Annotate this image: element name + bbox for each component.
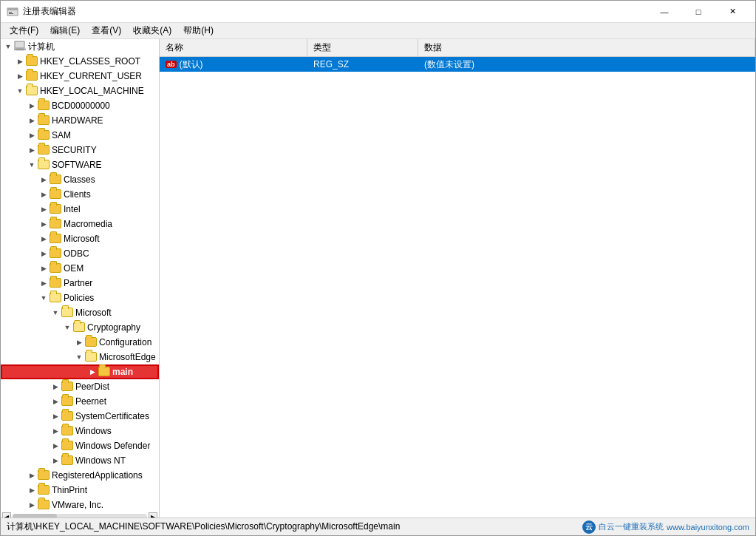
tree-label-policies: Policies bbox=[64, 293, 94, 303]
menu-favorites[interactable]: 收藏夹(A) bbox=[127, 23, 177, 38]
tree-item-computer[interactable]: ▼ 计算机 bbox=[1, 39, 159, 54]
col-header-data-label: 数据 bbox=[424, 41, 442, 54]
scroll-right-btn[interactable]: ▶ bbox=[149, 512, 157, 518]
folder-icon-registeredapps bbox=[38, 470, 50, 481]
tree-item-software[interactable]: ▼ SOFTWARE bbox=[1, 157, 159, 172]
window-controls: — □ ✕ bbox=[647, 1, 749, 23]
tree-label-windowsnt: Windows NT bbox=[75, 455, 126, 466]
app-icon bbox=[7, 6, 18, 18]
folder-icon-macromedia bbox=[50, 219, 61, 229]
tree-item-cryptography[interactable]: ▼ Cryptography bbox=[1, 320, 159, 335]
svg-rect-3 bbox=[9, 13, 13, 14]
tree-item-peerdist[interactable]: ▶ PeerDist bbox=[1, 379, 159, 394]
folder-icon-clients bbox=[50, 189, 61, 200]
folder-icon-intel bbox=[50, 204, 61, 214]
tree-label-hkcu: HKEY_CURRENT_USER bbox=[40, 71, 142, 81]
expander-hkcu: ▶ bbox=[14, 72, 26, 80]
folder-icon-odbc bbox=[50, 248, 61, 259]
expander-sam: ▶ bbox=[26, 132, 38, 139]
menu-help[interactable]: 帮助(H) bbox=[177, 23, 219, 38]
tree-label-systemcertificates: SystemCertificates bbox=[75, 411, 149, 421]
tree-label-intel: Intel bbox=[64, 204, 81, 214]
menu-file[interactable]: 文件(F) bbox=[4, 23, 44, 38]
folder-icon-systemcertificates bbox=[61, 411, 73, 421]
col-header-data[interactable]: 数据 bbox=[418, 39, 755, 56]
folder-icon-policies bbox=[50, 293, 61, 303]
tree-pane[interactable]: ▼ 计算机 ▶ HKEY_CLASSES_ROOT ▶ HKEY_CURRENT… bbox=[1, 39, 160, 518]
tree-item-windowsdefender[interactable]: ▶ Windows Defender bbox=[1, 438, 159, 453]
tree-item-clients[interactable]: ▶ Clients bbox=[1, 187, 159, 202]
folder-icon-peerdist bbox=[61, 381, 73, 392]
tree-label-thinprint: ThinPrint bbox=[52, 485, 87, 495]
tree-item-hardware[interactable]: ▶ HARDWARE bbox=[1, 113, 159, 128]
expander-odbc: ▶ bbox=[38, 250, 50, 257]
expander-windowsnt: ▶ bbox=[50, 457, 61, 464]
tree-label-computer: 计算机 bbox=[28, 41, 55, 53]
menu-edit[interactable]: 编辑(E) bbox=[44, 23, 86, 38]
tree-item-hkcr[interactable]: ▶ HKEY_CLASSES_ROOT bbox=[1, 54, 159, 69]
svg-rect-2 bbox=[9, 12, 12, 13]
svg-rect-4 bbox=[15, 41, 24, 48]
folder-icon-peernet bbox=[61, 396, 73, 407]
tree-item-thinprint[interactable]: ▶ ThinPrint bbox=[1, 483, 159, 498]
tree-item-partner[interactable]: ▶ Partner bbox=[1, 276, 159, 291]
tree-item-security[interactable]: ▶ SECURITY bbox=[1, 143, 159, 157]
minimize-button[interactable]: — bbox=[647, 1, 681, 23]
tree-item-intel[interactable]: ▶ Intel bbox=[1, 202, 159, 217]
expander-vmware: ▶ bbox=[26, 501, 38, 509]
tree-label-hklm: HKEY_LOCAL_MACHINE bbox=[40, 86, 144, 96]
tree-item-configuration[interactable]: ▶ Configuration bbox=[1, 335, 159, 350]
tree-item-windowsnt[interactable]: ▶ Windows NT bbox=[1, 453, 159, 468]
tree-item-pol-microsoft[interactable]: ▼ Microsoft bbox=[1, 305, 159, 320]
expander-microsoftedge: ▼ bbox=[73, 353, 85, 361]
tree-item-oem[interactable]: ▶ OEM bbox=[1, 261, 159, 276]
folder-icon-hklm bbox=[26, 86, 38, 96]
maximize-button[interactable]: □ bbox=[681, 1, 715, 23]
tree-item-classes[interactable]: ▶ Classes bbox=[1, 172, 159, 187]
tree-item-hklm[interactable]: ▼ HKEY_LOCAL_MACHINE bbox=[1, 84, 159, 98]
tree-item-macromedia[interactable]: ▶ Macromedia bbox=[1, 217, 159, 231]
folder-icon-security bbox=[38, 145, 50, 155]
tree-item-systemcertificates[interactable]: ▶ SystemCertificates bbox=[1, 409, 159, 424]
tree-item-vmware[interactable]: ▶ VMware, Inc. bbox=[1, 498, 159, 512]
tree-item-policies[interactable]: ▼ Policies bbox=[1, 291, 159, 305]
folder-icon-pol-microsoft bbox=[61, 308, 73, 318]
col-header-name[interactable]: 名称 bbox=[160, 39, 307, 56]
tree-label-vmware: VMware, Inc. bbox=[52, 500, 103, 510]
tree-item-bcd[interactable]: ▶ BCD00000000 bbox=[1, 98, 159, 113]
expander-microsoft: ▶ bbox=[38, 235, 50, 242]
folder-icon-windowsnt bbox=[61, 455, 73, 466]
tree-item-peernet[interactable]: ▶ Peernet bbox=[1, 394, 159, 409]
tree-scrollbar-h[interactable]: ◀ ▶ bbox=[1, 512, 159, 518]
main-content: ▼ 计算机 ▶ HKEY_CLASSES_ROOT ▶ HKEY_CURRENT… bbox=[1, 39, 755, 518]
tree-label-pol-microsoft: Microsoft bbox=[75, 308, 112, 318]
status-bar: 计算机\HKEY_LOCAL_MACHINE\SOFTWARE\Policies… bbox=[1, 518, 755, 535]
folder-icon-software bbox=[38, 160, 50, 170]
close-button[interactable]: ✕ bbox=[715, 1, 749, 23]
scroll-left-btn[interactable]: ◀ bbox=[2, 512, 11, 518]
tree-item-odbc[interactable]: ▶ ODBC bbox=[1, 246, 159, 261]
tree-item-main[interactable]: ▶ main bbox=[1, 364, 159, 379]
right-pane: 名称 类型 数据 ab (默认) REG_SZ (数值未设置) bbox=[160, 39, 755, 518]
expander-software: ▼ bbox=[26, 161, 38, 169]
tree-item-windows[interactable]: ▶ Windows bbox=[1, 424, 159, 438]
tree-item-hkcu[interactable]: ▶ HKEY_CURRENT_USER bbox=[1, 69, 159, 84]
folder-icon-main bbox=[98, 367, 110, 377]
col-header-type[interactable]: 类型 bbox=[307, 39, 418, 56]
list-header: 名称 类型 数据 bbox=[160, 39, 755, 57]
expander-cryptography: ▼ bbox=[61, 324, 73, 331]
tree-item-microsoftedge[interactable]: ▼ MicrosoftEdge bbox=[1, 350, 159, 364]
tree-label-odbc: ODBC bbox=[64, 248, 89, 259]
folder-icon-vmware bbox=[38, 500, 50, 510]
table-row[interactable]: ab (默认) REG_SZ (数值未设置) bbox=[160, 57, 755, 72]
menu-view[interactable]: 查看(V) bbox=[86, 23, 127, 38]
expander-security: ▶ bbox=[26, 146, 38, 154]
tree-item-sam[interactable]: ▶ SAM bbox=[1, 128, 159, 143]
expander-systemcertificates: ▶ bbox=[50, 413, 61, 420]
svg-rect-1 bbox=[7, 8, 18, 10]
tree-label-macromedia: Macromedia bbox=[64, 219, 112, 229]
expander-pol-microsoft: ▼ bbox=[50, 309, 61, 316]
tree-item-registeredapps[interactable]: ▶ RegisteredApplications bbox=[1, 468, 159, 483]
tree-item-microsoft[interactable]: ▶ Microsoft bbox=[1, 231, 159, 246]
tree-label-bcd: BCD00000000 bbox=[52, 101, 110, 111]
